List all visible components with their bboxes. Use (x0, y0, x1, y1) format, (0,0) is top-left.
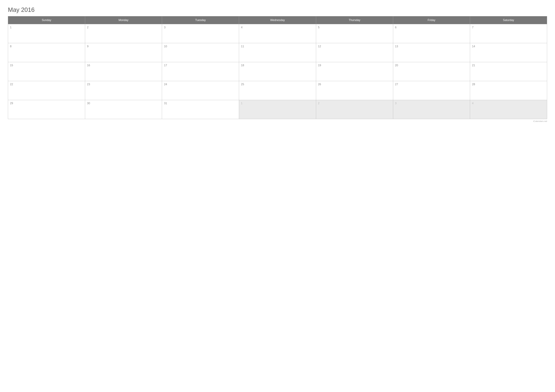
day-number: 25 (241, 83, 244, 86)
calendar-week-row: 22232425262728 (8, 81, 547, 100)
day-number: 8 (10, 45, 12, 48)
calendar-header-friday: Friday (393, 16, 470, 24)
day-number: 29 (10, 102, 13, 105)
calendar-week-row: 891011121314 (8, 43, 547, 62)
calendar-day-cell[interactable]: 6 (393, 24, 470, 43)
calendar-day-cell[interactable]: 10 (162, 43, 239, 62)
day-number: 17 (164, 64, 167, 67)
day-number: 27 (395, 83, 398, 86)
day-number: 9 (87, 45, 89, 48)
calendar-day-cell[interactable]: 17 (162, 62, 239, 81)
day-number: 31 (164, 102, 167, 105)
calendar-title: May 2016 (8, 6, 547, 13)
calendar-day-cell[interactable]: 8 (8, 43, 85, 62)
calendar-day-cell[interactable]: 18 (239, 62, 316, 81)
day-number: 19 (318, 64, 321, 67)
day-number: 12 (318, 45, 321, 48)
day-number: 26 (318, 83, 321, 86)
calendar-day-cell[interactable]: 24 (162, 81, 239, 100)
calendar-day-cell[interactable]: 1 (239, 100, 316, 119)
calendar-day-cell[interactable]: 2 (316, 100, 393, 119)
calendar-day-cell[interactable]: 5 (316, 24, 393, 43)
day-number: 3 (395, 102, 397, 105)
day-number: 3 (164, 26, 166, 29)
calendar-day-cell[interactable]: 20 (393, 62, 470, 81)
calendar-day-cell[interactable]: 11 (239, 43, 316, 62)
day-number: 14 (472, 45, 475, 48)
calendar-day-cell[interactable]: 7 (470, 24, 547, 43)
day-number: 11 (241, 45, 244, 48)
day-number: 16 (87, 64, 90, 67)
day-number: 4 (241, 26, 242, 29)
calendar-day-cell[interactable]: 29 (8, 100, 85, 119)
calendar-day-cell[interactable]: 4 (470, 100, 547, 119)
calendar-table: SundayMondayTuesdayWednesdayThursdayFrid… (8, 16, 547, 119)
day-number: 5 (318, 26, 320, 29)
calendar-day-cell[interactable]: 15 (8, 62, 85, 81)
day-number: 28 (472, 83, 475, 86)
calendar-week-row: 1234567 (8, 24, 547, 43)
calendar-footer: iCalendars.net (8, 120, 547, 122)
calendar-header-sunday: Sunday (8, 16, 85, 24)
day-number: 18 (241, 64, 244, 67)
day-number: 10 (164, 45, 167, 48)
calendar-header-wednesday: Wednesday (239, 16, 316, 24)
day-number: 20 (395, 64, 398, 67)
calendar-day-cell[interactable]: 25 (239, 81, 316, 100)
day-number: 15 (10, 64, 13, 67)
calendar-day-cell[interactable]: 23 (85, 81, 162, 100)
day-number: 7 (472, 26, 474, 29)
calendar-day-cell[interactable]: 30 (85, 100, 162, 119)
day-number: 4 (472, 102, 474, 105)
calendar-day-cell[interactable]: 21 (470, 62, 547, 81)
calendar-day-cell[interactable]: 13 (393, 43, 470, 62)
calendar-day-cell[interactable]: 16 (85, 62, 162, 81)
calendar-day-cell[interactable]: 3 (393, 100, 470, 119)
day-number: 1 (10, 26, 12, 29)
calendar-day-cell[interactable]: 26 (316, 81, 393, 100)
calendar-day-cell[interactable]: 19 (316, 62, 393, 81)
calendar-day-cell[interactable]: 2 (85, 24, 162, 43)
calendar-day-cell[interactable]: 4 (239, 24, 316, 43)
calendar-day-cell[interactable]: 12 (316, 43, 393, 62)
day-number: 13 (395, 45, 398, 48)
calendar-week-row: 15161718192021 (8, 62, 547, 81)
day-number: 21 (472, 64, 475, 67)
calendar-day-cell[interactable]: 14 (470, 43, 547, 62)
day-number: 22 (10, 83, 13, 86)
calendar-day-cell[interactable]: 27 (393, 81, 470, 100)
calendar-header-thursday: Thursday (316, 16, 393, 24)
day-number: 30 (87, 102, 90, 105)
calendar-day-cell[interactable]: 28 (470, 81, 547, 100)
calendar-week-row: 2930311234 (8, 100, 547, 119)
calendar-header-tuesday: Tuesday (162, 16, 239, 24)
calendar-header-saturday: Saturday (470, 16, 547, 24)
day-number: 1 (241, 102, 242, 105)
calendar-header-monday: Monday (85, 16, 162, 24)
calendar-day-cell[interactable]: 9 (85, 43, 162, 62)
calendar-day-cell[interactable]: 22 (8, 81, 85, 100)
day-number: 2 (318, 102, 320, 105)
calendar-header-row: SundayMondayTuesdayWednesdayThursdayFrid… (8, 16, 547, 24)
day-number: 24 (164, 83, 167, 86)
calendar-day-cell[interactable]: 31 (162, 100, 239, 119)
day-number: 2 (87, 26, 89, 29)
calendar-day-cell[interactable]: 3 (162, 24, 239, 43)
day-number: 23 (87, 83, 90, 86)
day-number: 6 (395, 26, 397, 29)
calendar-day-cell[interactable]: 1 (8, 24, 85, 43)
